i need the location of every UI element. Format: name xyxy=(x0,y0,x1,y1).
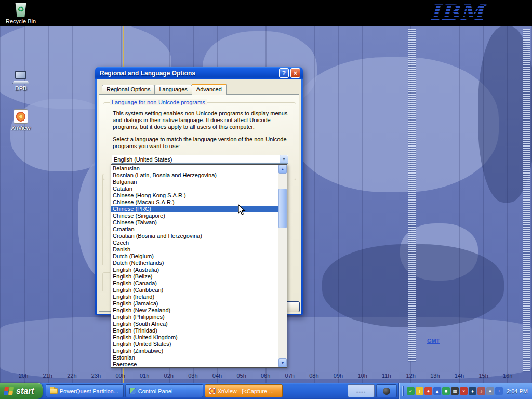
taskbar-button[interactable]: XnView - [<Capture-... xyxy=(205,384,283,397)
laptop-screen xyxy=(15,71,26,79)
window-titlebar[interactable]: Regional and Language Options ? × xyxy=(95,67,303,79)
taskbar-clock[interactable]: 2:04 PM xyxy=(507,388,528,394)
tray-icon[interactable]: ! xyxy=(416,387,423,395)
taskbar-button[interactable]: ---- xyxy=(348,384,375,397)
dropdown-item[interactable]: English (Trinidad) xyxy=(111,327,278,334)
window-title: Regional and Language Options xyxy=(100,70,277,77)
tab-advanced[interactable]: Advanced xyxy=(192,84,227,95)
desktop-icon-label: XnView xyxy=(11,125,30,131)
control-panel-icon xyxy=(129,388,136,394)
recycle-symbol: ♻ xyxy=(14,5,28,14)
language-dropdown-list: BelarusianBosnian (Latin, Bosnia and Her… xyxy=(111,164,287,368)
dropdown-item[interactable]: Chinese (Singapore) xyxy=(111,212,278,219)
chevron-down-icon[interactable]: ▼ xyxy=(280,155,288,163)
tab-strip: Regional Options Languages Advanced xyxy=(102,85,226,94)
language-combobox[interactable]: English (United States) ▼ xyxy=(112,155,288,164)
scroll-down-icon[interactable]: ▼ xyxy=(278,358,287,367)
desktop-icon-xnview[interactable]: XnView xyxy=(4,109,37,131)
dropdown-item[interactable]: Faeroese xyxy=(111,361,278,367)
groupbox-description: This system setting enables non-Unicode … xyxy=(113,110,288,130)
dropdown-item[interactable]: English (Caribbean) xyxy=(111,287,278,294)
start-button[interactable]: start xyxy=(0,383,43,399)
tray-icon[interactable]: ▦ xyxy=(451,387,459,395)
desktop: 20h21h22h23h00h01h02h03h04h05h06h07h08h0… xyxy=(0,0,532,399)
tray-icon[interactable]: ♪ xyxy=(477,387,485,395)
tray-icon[interactable]: ● xyxy=(424,387,432,395)
tray-icon[interactable]: ● xyxy=(486,387,494,395)
dropdown-item[interactable]: Chinese (Macau S.A.R.) xyxy=(111,199,278,206)
dropdown-item[interactable]: English (Belize) xyxy=(111,273,278,280)
dropdown-items: BelarusianBosnian (Latin, Bosnia and Her… xyxy=(111,165,278,367)
desktop-icon-label: Recycle Bin xyxy=(6,18,36,24)
dropdown-item[interactable]: Danish xyxy=(111,246,278,253)
top-banner: ♻ Recycle Bin IBM xyxy=(0,0,532,26)
timezone-hatch-band xyxy=(523,29,530,372)
laptop-base xyxy=(12,81,29,84)
dropdown-item[interactable]: English (New Zealand) xyxy=(111,307,278,314)
dropdown-item[interactable]: Chinese (PRC) xyxy=(111,206,278,212)
taskbar: start PowerQuest Partition...Control Pan… xyxy=(0,383,532,399)
close-button[interactable]: × xyxy=(290,68,300,78)
dropdown-item[interactable]: Bosnian (Latin, Bosnia and Herzegovina) xyxy=(111,172,278,179)
tray-icon[interactable]: ♦ xyxy=(469,387,476,395)
desktop-icon-recycle-bin[interactable]: ♻ Recycle Bin xyxy=(4,2,37,24)
dropdown-item[interactable]: Dutch (Belgium) xyxy=(111,253,278,260)
flag-yellow xyxy=(8,391,13,395)
dropdown-item[interactable]: English (Jamaica) xyxy=(111,300,278,307)
taskbar-button[interactable]: Control Panel xyxy=(125,384,203,397)
groupbox-edge-fragment xyxy=(102,272,110,291)
groupbox-caption: Language for non-Unicode programs xyxy=(110,99,207,105)
taskbar-button-label: PowerQuest Partition... xyxy=(60,388,118,394)
groupbox-instruction: Select a language to match the language … xyxy=(113,136,288,150)
dropdown-item[interactable]: Dutch (Netherlands) xyxy=(111,260,278,267)
dropdown-item[interactable]: English (Ireland) xyxy=(111,294,278,300)
tray-icon[interactable]: ▲ xyxy=(433,387,441,395)
dropdown-item[interactable]: Czech xyxy=(111,240,278,246)
dropdown-item[interactable]: Croatian (Bosnia and Herzegovina) xyxy=(111,233,278,240)
tab-regional-options[interactable]: Regional Options xyxy=(102,85,155,94)
ibm-logo-text: IBM xyxy=(430,2,484,24)
taskbar-button[interactable]: PowerQuest Partition... xyxy=(46,384,124,397)
dropdown-item[interactable]: Estonian xyxy=(111,354,278,361)
folder-icon xyxy=(50,388,58,394)
desktop-icon-dpb[interactable]: DPB xyxy=(4,71,37,91)
tray-icon[interactable]: × xyxy=(460,387,468,395)
scrollbar-thumb[interactable] xyxy=(278,189,287,228)
desktop-icon-label: DPB xyxy=(15,85,27,91)
start-button-label: start xyxy=(16,387,34,396)
dropdown-item[interactable]: English (Zimbabwe) xyxy=(111,348,278,354)
dropdown-item[interactable]: Chinese (Hong Kong S.A.R.) xyxy=(111,192,278,199)
dropdown-item[interactable]: Belarusian xyxy=(111,165,278,172)
help-button[interactable]: ? xyxy=(279,68,289,78)
tab-languages[interactable]: Languages xyxy=(154,85,192,94)
taskbar-button[interactable] xyxy=(376,384,397,397)
tray-icon[interactable]: ✓ xyxy=(407,387,415,395)
tray-icon[interactable]: ■ xyxy=(442,387,450,395)
dropdown-scrollbar[interactable]: ▲ ▼ xyxy=(278,165,287,367)
dropdown-item[interactable]: Croatian xyxy=(111,226,278,233)
groupbox-edge-fragment xyxy=(102,174,110,265)
dropdown-item[interactable]: English (South Africa) xyxy=(111,321,278,327)
dropdown-item[interactable]: English (United States) xyxy=(111,341,278,348)
dropdown-item[interactable]: English (Canada) xyxy=(111,280,278,287)
dropdown-item[interactable]: Chinese (Taiwan) xyxy=(111,219,278,226)
tray-resize-handle[interactable] xyxy=(402,386,404,396)
regional-language-options-window: Regional and Language Options ? × Region… xyxy=(95,67,303,315)
app-icon xyxy=(383,388,390,395)
timezone-hatch-band xyxy=(408,29,416,362)
tray-icon-area: ✓!●▲■▦×♦♪●+ xyxy=(407,387,503,395)
dropdown-item[interactable]: English (Australia) xyxy=(111,267,278,273)
gmt-label: GMT xyxy=(427,338,440,344)
dropdown-item[interactable]: Catalan xyxy=(111,185,278,192)
taskbar-button-label: XnView - [<Capture-... xyxy=(218,388,274,394)
mouse-cursor xyxy=(237,204,246,216)
ibm-logo: IBM xyxy=(430,0,484,26)
taskbar-button-label: Control Panel xyxy=(138,388,173,394)
flag-green xyxy=(9,387,14,391)
dropdown-item[interactable]: English (United Kingdom) xyxy=(111,334,278,341)
windows-flag-icon xyxy=(4,387,14,395)
tray-icon[interactable]: + xyxy=(495,387,503,395)
dropdown-item[interactable]: English (Philippines) xyxy=(111,314,278,321)
scroll-up-icon[interactable]: ▲ xyxy=(278,165,287,174)
dropdown-item[interactable]: Bulgarian xyxy=(111,179,278,185)
